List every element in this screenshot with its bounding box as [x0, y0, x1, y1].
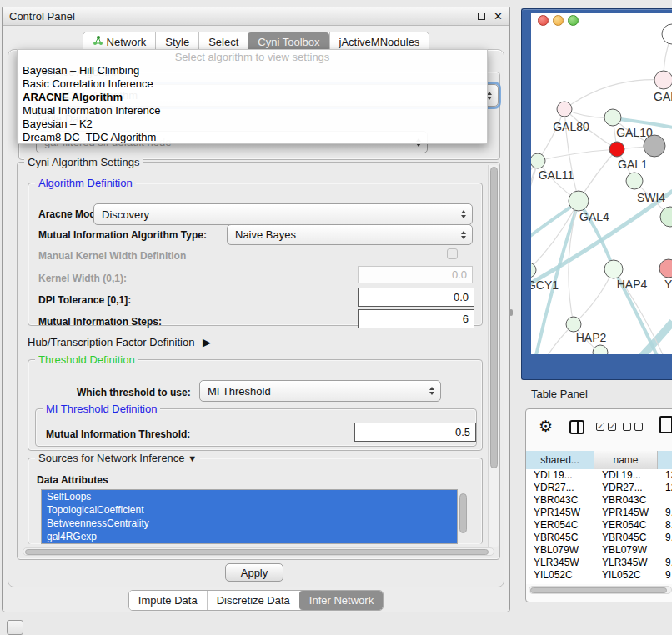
which-threshold-label: Which threshold to use:	[77, 386, 191, 399]
window-close-icon[interactable]	[538, 15, 549, 26]
dropdown-item-dream8-dc-tdc-algorithm[interactable]: Dream8 DC_TDC Algorithm	[18, 131, 487, 144]
dropdown-item-aracne-algorithm[interactable]: ARACNE Algorithm	[18, 91, 487, 104]
window-zoom-icon[interactable]	[568, 15, 579, 26]
which-threshold-select[interactable]: MI Threshold	[199, 380, 441, 402]
column-header-clipped[interactable]	[658, 451, 672, 469]
close-panel-icon[interactable]: ✕	[494, 12, 503, 20]
settings-scrollbar-thumb[interactable]	[490, 167, 498, 468]
network-node-gal11[interactable]	[531, 153, 545, 168]
network-node-right-green[interactable]	[660, 207, 672, 227]
network-node-hap4[interactable]	[604, 260, 623, 278]
column-header-name[interactable]: name	[594, 451, 658, 469]
network-node-gal[interactable]	[654, 71, 672, 89]
network-node-gcy1[interactable]	[531, 262, 536, 278]
table-rows: YDL19...YDL19...13YDR27...YDR27...12YBR0…	[526, 469, 672, 584]
table-row[interactable]: YIL052CYIL052C9	[526, 569, 672, 582]
collapse-arrow-icon[interactable]: ▼	[188, 453, 197, 463]
select-all-columns-icon[interactable]: ✓ ✓	[596, 422, 616, 431]
network-node-gal10[interactable]	[604, 109, 621, 126]
float-window-icon[interactable]	[478, 12, 485, 20]
tab-impute-data[interactable]: Impute Data	[129, 591, 207, 610]
table-row[interactable]: YBR045CYBR045C9.	[526, 532, 672, 544]
panel-splitter-handle[interactable]	[509, 309, 513, 316]
gear-icon[interactable]: ⚙	[539, 417, 553, 435]
dpi-tolerance-input[interactable]	[358, 288, 474, 307]
table-row[interactable]: YDL19...YDL19...13	[526, 469, 672, 482]
sources-group-title: Sources for Network Inference ▼	[35, 452, 200, 464]
attribute-item-gal4rgexp[interactable]: gal4RGexp	[42, 530, 457, 543]
dropdown-item-basic-correlation-inference[interactable]: Basic Correlation Inference	[18, 78, 487, 91]
network-graph[interactable]: GALGAL80GAL10GAL1GAL11SWI4GAL4GCY1HAP4YH…	[531, 12, 672, 354]
collapsed-panel-icon[interactable]	[7, 620, 23, 635]
tab-discretize-data[interactable]: Discretize Data	[207, 591, 299, 610]
settings-horizontal-scrollbar[interactable]	[23, 548, 494, 556]
network-edge[interactable]	[531, 161, 538, 270]
network-edge[interactable]	[569, 201, 579, 324]
network-node-edge-top[interactable]	[662, 24, 672, 44]
network-view-canvas[interactable]: GALGAL80GAL10GAL1GAL11SWI4GAL4GCY1HAP4YH…	[531, 12, 672, 354]
network-node-gal4[interactable]	[569, 191, 589, 211]
table-row[interactable]: YDR27...YDR27...12	[526, 482, 672, 494]
window-minimize-icon[interactable]	[553, 15, 564, 26]
network-edge[interactable]	[538, 109, 564, 161]
table-row[interactable]: YLR345WYLR345W9.	[526, 557, 672, 569]
dropdown-item-mutual-information-inference[interactable]: Mutual Information Inference	[18, 104, 487, 118]
network-edge[interactable]	[564, 80, 664, 109]
column-layout-icon[interactable]	[569, 420, 584, 434]
network-node-label: GAL	[654, 90, 672, 103]
mi-threshold-definition-group: MI Threshold Definition Mutual Informati…	[35, 408, 477, 447]
settings-hscrollbar-thumb[interactable]	[25, 549, 489, 555]
expand-arrow-icon: ▶	[198, 336, 211, 348]
mi-algorithm-type-select[interactable]: Naive Bayes	[227, 224, 473, 245]
network-node-hub-gray[interactable]	[644, 135, 665, 157]
kernel-width-input[interactable]	[358, 266, 473, 283]
hub-tf-definition-toggle[interactable]: Hub/Transcription Factor Definition ▶	[28, 336, 211, 348]
mi-threshold-input[interactable]	[354, 422, 476, 442]
network-node-label: HAP4	[617, 278, 648, 291]
table-panel-title: Table Panel	[531, 388, 588, 400]
algorithm-definition-title: Algorithm Definition	[35, 177, 136, 189]
data-attributes-list[interactable]: SelfLoopsTopologicalCoefficientBetweenne…	[41, 489, 458, 544]
mi-steps-input[interactable]	[358, 309, 474, 328]
table-hscrollbar-thumb[interactable]	[530, 588, 667, 593]
deselect-all-columns-icon[interactable]	[623, 422, 643, 431]
network-node-bottom-green[interactable]	[593, 345, 608, 354]
network-node-y[interactable]	[659, 259, 672, 278]
attribute-item-betweennesscentrality[interactable]: BetweennessCentrality	[42, 517, 457, 530]
network-edge[interactable]	[574, 269, 614, 324]
settings-vertical-scrollbar[interactable]	[488, 165, 499, 547]
table-row[interactable]: YBR043CYBR043C	[526, 494, 672, 507]
network-node-gal80[interactable]	[557, 102, 572, 117]
dropdown-item-bayesian-k2[interactable]: Bayesian – K2	[18, 118, 487, 131]
table-row[interactable]: YPR145WYPR145W9.	[526, 507, 672, 519]
apply-button[interactable]: Apply	[225, 563, 283, 582]
table-cell	[658, 544, 672, 557]
kernel-width-label: Kernel Width (0,1):	[38, 272, 127, 285]
table-cell: YIL052C	[594, 569, 658, 582]
table-cell: YER054C	[526, 519, 594, 532]
attribute-item-selfloops[interactable]: SelfLoops	[42, 490, 457, 503]
network-edge-highlighted[interactable]	[621, 322, 672, 354]
dropdown-item-bayesian-hill-climbing[interactable]: Bayesian – Hill Climbing	[18, 64, 487, 78]
table-horizontal-scrollbar[interactable]	[529, 586, 672, 594]
network-node-gal1[interactable]	[609, 142, 624, 157]
aracne-mode-select[interactable]: Discovery	[93, 203, 473, 225]
cyni-algorithm-settings-title: Cyni Algorithm Settings	[24, 156, 143, 168]
manual-kernel-width-checkbox[interactable]	[447, 248, 458, 259]
column-header-shared[interactable]: shared...	[526, 451, 594, 469]
tab-label: Select	[208, 36, 238, 48]
network-node-label: GCY1	[531, 278, 559, 292]
network-node-swi4[interactable]	[626, 172, 643, 189]
table-row[interactable]: YBL079WYBL079W	[526, 544, 672, 557]
tab-infer-network[interactable]: Infer Network	[299, 591, 383, 610]
attribute-item-topologicalcoefficient[interactable]: TopologicalCoefficient	[42, 503, 457, 517]
network-node-hap2[interactable]	[566, 317, 581, 332]
mi-threshold-label: Mutual Information Threshold:	[46, 428, 190, 441]
network-edge[interactable]	[531, 161, 538, 236]
table-cell: 13	[658, 469, 672, 482]
network-edge[interactable]	[538, 149, 617, 161]
table-row[interactable]: YER054CYER054C8.	[526, 519, 672, 532]
attributes-list-scrollbar-thumb[interactable]	[459, 493, 467, 533]
export-table-icon[interactable]	[659, 416, 672, 433]
algorithm-dropdown-placeholder: Select algorithm to view settings	[18, 50, 487, 64]
